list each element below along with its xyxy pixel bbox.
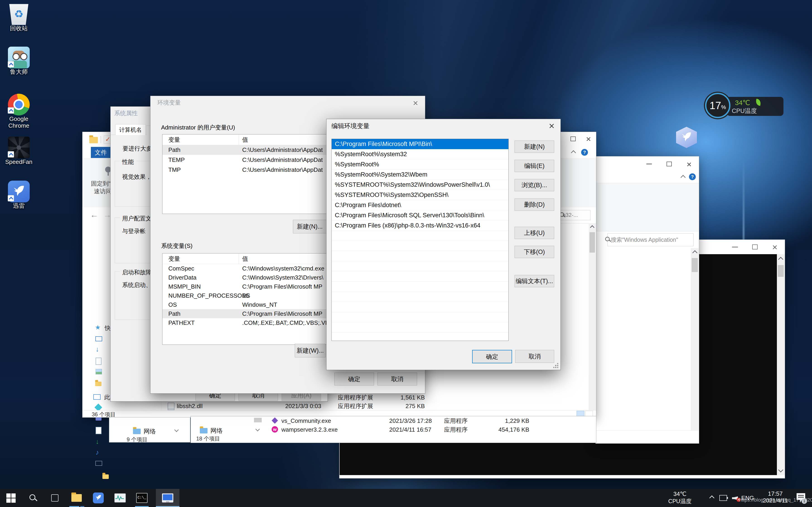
column-variable[interactable]: 变量 bbox=[168, 253, 239, 264]
music-icon[interactable]: ♪ bbox=[96, 449, 99, 456]
folder-icon[interactable] bbox=[102, 474, 109, 479]
column-variable[interactable]: 变量 bbox=[168, 134, 239, 145]
list-item[interactable]: %SystemRoot%\System32\Wbem bbox=[332, 170, 508, 180]
thunder-taskbar-button[interactable] bbox=[90, 489, 107, 507]
ok-button[interactable]: 确定 bbox=[335, 373, 374, 386]
search-box[interactable]: 搜索"Windows Application" bbox=[607, 233, 694, 246]
task-view-button[interactable] bbox=[46, 489, 63, 507]
network-item-label[interactable]: 网络 bbox=[210, 427, 223, 435]
cancel-button[interactable]: 取消 bbox=[515, 350, 554, 363]
document-icon[interactable] bbox=[96, 357, 101, 365]
scrollbar-thumb[interactable] bbox=[692, 258, 698, 272]
desktop-icon-speedfan[interactable]: SpeedFan bbox=[2, 137, 36, 165]
maximize-button[interactable] bbox=[745, 240, 765, 254]
network-item-label[interactable]: 网络 bbox=[144, 427, 156, 436]
file-row[interactable]: libssh2.dll 2021/3/3 0:03 应用程序扩展 275 KB bbox=[83, 402, 596, 410]
desktop-icon-recycle-bin[interactable]: ♻ 回收站 bbox=[2, 3, 36, 32]
folder-icon[interactable] bbox=[95, 382, 101, 386]
delete-button[interactable]: 删除(D) bbox=[514, 199, 554, 211]
file-row[interactable]: w wampserver3.2.3.exe 2021/4/11 16:57 应用… bbox=[191, 426, 596, 433]
ok-button[interactable]: 确定 bbox=[472, 350, 512, 363]
tray-expand-button[interactable] bbox=[705, 489, 719, 507]
search-input-text[interactable]: 搜索"Windows Application" bbox=[611, 236, 682, 243]
list-item[interactable]: C:\Program Files\Microsoft SQL Server\13… bbox=[332, 210, 508, 220]
edit-text-button[interactable]: 编辑文本(T)... bbox=[514, 275, 554, 287]
ribbon-collapse-icon[interactable] bbox=[681, 176, 685, 180]
scrollbar[interactable] bbox=[589, 223, 596, 410]
cancel-button[interactable]: 取消 bbox=[377, 373, 417, 386]
scrollbar-thumb[interactable] bbox=[590, 232, 595, 252]
list-item[interactable]: %SYSTEMROOT%\System32\OpenSSH\ bbox=[332, 190, 508, 200]
system-new-button[interactable]: 新建(W)... bbox=[295, 344, 325, 357]
minimize-button[interactable] bbox=[639, 156, 659, 172]
list-item[interactable]: C:\Program Files\Microsoft MPI\Bin\ bbox=[332, 139, 508, 149]
maximize-button[interactable] bbox=[565, 132, 581, 146]
network-expander-icon[interactable] bbox=[175, 428, 178, 432]
new-button[interactable]: 新建(N) bbox=[514, 140, 554, 153]
close-button[interactable] bbox=[410, 98, 421, 108]
browse-button[interactable]: 浏览(B)... bbox=[514, 179, 554, 191]
search-box[interactable]: n32-... bbox=[561, 210, 591, 220]
quick-access-folder-icon[interactable] bbox=[89, 137, 98, 143]
list-item[interactable]: %SystemRoot% bbox=[332, 159, 508, 170]
edit-button[interactable]: 编辑(E) bbox=[514, 160, 554, 172]
ribbon-collapse-icon[interactable] bbox=[572, 151, 575, 156]
move-down-button[interactable]: 下移(O) bbox=[514, 246, 554, 258]
close-button[interactable] bbox=[546, 120, 557, 131]
back-icon[interactable]: ← bbox=[90, 210, 98, 220]
pictures-icon[interactable] bbox=[96, 369, 102, 374]
quick-access-star-icon[interactable]: ★ bbox=[95, 324, 101, 331]
list-item[interactable]: %SystemRoot%\system32 bbox=[332, 149, 508, 159]
cmd-taskbar-button[interactable]: C:\_ bbox=[133, 489, 150, 507]
scroll-down-icon[interactable] bbox=[777, 466, 784, 474]
network-tray-icon[interactable] bbox=[717, 489, 730, 507]
quick-access-label[interactable]: 快 bbox=[105, 324, 111, 332]
tab-computer-name[interactable]: 计算机名 bbox=[115, 124, 146, 135]
path-list[interactable]: C:\Program Files\Microsoft MPI\Bin\ %Sys… bbox=[332, 139, 509, 341]
file-row[interactable]: vs_Community.exe 2021/3/26 17:28 应用程序 1,… bbox=[191, 417, 596, 424]
thunder-floating-widget[interactable] bbox=[675, 127, 698, 148]
network-expander-icon[interactable] bbox=[256, 428, 259, 432]
network-folder-icon[interactable] bbox=[200, 428, 208, 434]
scroll-up-icon[interactable] bbox=[589, 224, 596, 231]
file-explorer-taskbar-button[interactable] bbox=[68, 489, 85, 507]
list-item[interactable]: %SYSTEMROOT%\System32\WindowsPowerShell\… bbox=[332, 180, 508, 190]
monitor-icon[interactable] bbox=[95, 336, 102, 341]
list-item[interactable]: C:\Program Files (x86)\php-8.0.3-nts-Win… bbox=[332, 220, 508, 231]
scroll-up-icon[interactable] bbox=[777, 256, 784, 263]
search-icon[interactable] bbox=[605, 236, 611, 242]
search-button[interactable] bbox=[24, 489, 42, 507]
active-app-taskbar-button[interactable] bbox=[156, 489, 180, 507]
scrollbar-thumb[interactable] bbox=[778, 265, 784, 277]
downloads-icon[interactable]: ↓ bbox=[96, 438, 99, 445]
maximize-button[interactable] bbox=[659, 156, 679, 172]
move-up-button[interactable]: 上移(U) bbox=[514, 227, 554, 239]
console-scrollbar[interactable] bbox=[777, 254, 784, 475]
close-button[interactable] bbox=[679, 156, 699, 172]
user-new-button[interactable]: 新建(N)... bbox=[293, 220, 326, 233]
item-count: 18 个项目 bbox=[196, 435, 220, 442]
desktop-icon-google-chrome[interactable]: Google Chrome bbox=[2, 94, 36, 129]
tray-cpu-temp[interactable]: 34℃ CPU温度 bbox=[667, 489, 692, 507]
minimize-button[interactable] bbox=[725, 240, 745, 254]
desktop-icon-thunder[interactable]: 迅雷 bbox=[2, 181, 36, 209]
desktop: ♻ 回收站 鲁大师 Google Chrome SpeedFan 迅雷 bbox=[0, 0, 812, 507]
cpu-monitor-widget[interactable]: 34℃ CPU温度 17% bbox=[705, 93, 786, 118]
download-arrow-icon[interactable]: ↓ bbox=[96, 345, 99, 353]
file-menu-tab[interactable]: 文件 bbox=[91, 147, 111, 158]
close-button[interactable] bbox=[765, 240, 785, 254]
resize-grip[interactable] bbox=[553, 363, 558, 368]
start-button[interactable] bbox=[2, 489, 19, 507]
close-button[interactable] bbox=[581, 132, 596, 146]
desktop-icon-item[interactable] bbox=[95, 461, 102, 466]
help-icon[interactable]: ? bbox=[581, 149, 588, 156]
monitor-app-taskbar-button[interactable] bbox=[111, 489, 129, 507]
help-icon[interactable]: ? bbox=[689, 173, 696, 180]
document-icon[interactable] bbox=[96, 427, 101, 434]
network-folder-icon[interactable] bbox=[133, 429, 141, 434]
scroll-up-icon[interactable] bbox=[691, 249, 699, 257]
list-item[interactable]: C:\Program Files\dotnet\ bbox=[332, 200, 508, 210]
scrollbar[interactable] bbox=[691, 248, 699, 430]
desktop-icon-ludashi[interactable]: 鲁大师 bbox=[2, 47, 36, 75]
titlebar[interactable] bbox=[596, 156, 699, 172]
